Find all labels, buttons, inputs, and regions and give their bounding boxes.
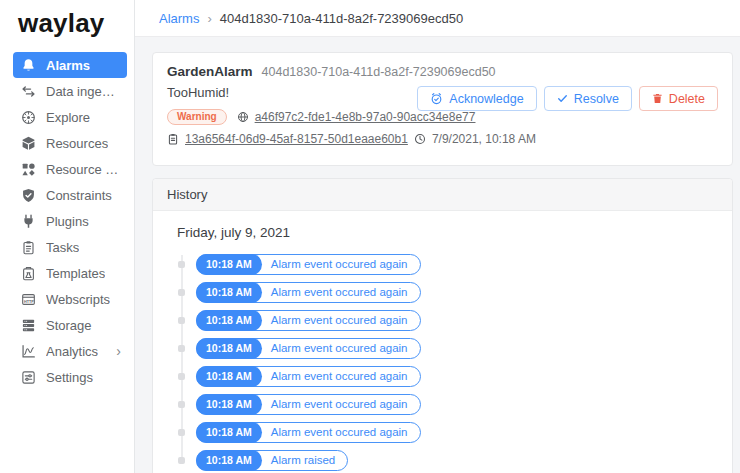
alarm-actions: Acknowledge Resolve Delete — [417, 86, 718, 111]
acknowledge-icon — [430, 92, 443, 105]
sidebar-item-settings[interactable]: Settings — [13, 364, 127, 390]
alarm-id: 404d1830-710a-411d-8a2f-7239069ecd50 — [262, 65, 496, 79]
sidebar-item-label: Data ingestion — [46, 84, 121, 99]
event-label: Alarm event occured again — [262, 258, 420, 270]
breadcrumb: Alarms › 404d1830-710a-411d-8a2f-7239069… — [135, 0, 740, 37]
timeline-dot — [178, 457, 185, 464]
sidebar-item-label: Explore — [46, 110, 90, 125]
sidebar-item-label: Constraints — [46, 188, 112, 203]
sidebar-item-label: Settings — [46, 370, 93, 385]
event-time: 10:18 AM — [196, 282, 262, 303]
sidebar-item-data-ingestion[interactable]: Data ingestion — [13, 78, 127, 104]
template-id-link[interactable]: 13a6564f-06d9-45af-8157-50d1eaae60b1 — [185, 132, 408, 146]
templates-icon — [21, 266, 36, 281]
sidebar-item-label: Analytics — [46, 344, 98, 359]
sidebar-item-resources[interactable]: Resources — [13, 130, 127, 156]
sidebar-item-storage[interactable]: Storage — [13, 312, 127, 338]
breadcrumb-current-id: 404d1830-710a-411d-8a2f-7239069ecd50 — [220, 11, 463, 26]
sidebar-item-alarms[interactable]: Alarms — [13, 52, 127, 78]
event-label: Alarm raised — [262, 454, 348, 466]
timeline-event-pill[interactable]: 10:18 AMAlarm event occured again — [196, 254, 421, 275]
alarm-timestamp: 7/9/2021, 10:18 AM — [432, 132, 536, 146]
template-icon — [167, 133, 179, 145]
svg-text:HTTP: HTTP — [24, 299, 34, 303]
timeline-event-pill[interactable]: 10:18 AMAlarm raised — [196, 450, 348, 471]
bell-icon — [21, 58, 36, 73]
event-time: 10:18 AM — [196, 254, 262, 275]
resources-icon — [21, 136, 36, 151]
content: GardenAlarm 404d1830-710a-411d-8a2f-7239… — [135, 37, 740, 473]
explore-icon — [21, 110, 36, 125]
clock-icon — [414, 133, 426, 145]
timeline-event-row: 10:18 AMAlarm raised — [175, 446, 718, 473]
sidebar-item-explore[interactable]: Explore — [13, 104, 127, 130]
timeline-dot — [178, 429, 185, 436]
delete-button[interactable]: Delete — [639, 86, 718, 111]
webscripts-icon: HTTP — [21, 292, 36, 307]
alarm-detail-card: GardenAlarm 404d1830-710a-411d-8a2f-7239… — [152, 52, 733, 166]
timeline-event-row: 10:18 AMAlarm event occured again — [175, 418, 718, 446]
sidebar-item-label: Resource types — [46, 162, 121, 177]
acknowledge-button[interactable]: Acknowledge — [417, 86, 536, 111]
chevron-right-icon: › — [116, 344, 121, 358]
timeline-event-row: 10:18 AMAlarm event occured again — [175, 306, 718, 334]
event-time: 10:18 AM — [196, 422, 262, 443]
sidebar-item-label: Tasks — [46, 240, 79, 255]
timeline-dot — [178, 401, 185, 408]
timeline-event-row: 10:18 AMAlarm event occured again — [175, 334, 718, 362]
event-label: Alarm event occured again — [262, 314, 420, 326]
sidebar-item-label: Storage — [46, 318, 92, 333]
acknowledge-label: Acknowledge — [449, 92, 523, 106]
event-label: Alarm event occured again — [262, 342, 420, 354]
sidebar: waylay AlarmsData ingestionExploreResour… — [0, 0, 135, 473]
sidebar-item-tasks[interactable]: Tasks — [13, 234, 127, 260]
sidebar-nav: AlarmsData ingestionExploreResourcesReso… — [0, 52, 134, 390]
plugins-icon — [21, 214, 36, 229]
tasks-icon — [21, 240, 36, 255]
sidebar-item-label: Alarms — [46, 58, 90, 73]
severity-badge: Warning — [167, 109, 227, 125]
resolve-label: Resolve — [574, 92, 619, 106]
event-time: 10:18 AM — [196, 338, 262, 359]
timeline-event-pill[interactable]: 10:18 AMAlarm event occured again — [196, 338, 421, 359]
timeline-event-row: 10:18 AMAlarm event occured again — [175, 390, 718, 418]
check-icon — [557, 93, 568, 104]
timeline-event-pill[interactable]: 10:18 AMAlarm event occured again — [196, 394, 421, 415]
breadcrumb-separator: › — [207, 11, 211, 26]
sidebar-item-analytics[interactable]: Analytics› — [13, 338, 127, 364]
history-timeline: 10:18 AMAlarm event occured again10:18 A… — [175, 250, 718, 473]
timeline-dot — [178, 345, 185, 352]
constraints-icon — [21, 188, 36, 203]
timeline-dot — [178, 289, 185, 296]
breadcrumb-link-alarms[interactable]: Alarms — [159, 11, 199, 26]
timeline-dot — [178, 317, 185, 324]
timeline-dot — [178, 261, 185, 268]
app-logo: waylay — [0, 0, 134, 39]
delete-label: Delete — [669, 92, 705, 106]
storage-icon — [21, 318, 36, 333]
sidebar-item-resource-types[interactable]: Resource types — [13, 156, 127, 182]
sidebar-item-webscripts[interactable]: HTTPWebscripts — [13, 286, 127, 312]
event-label: Alarm event occured again — [262, 398, 420, 410]
timeline-event-pill[interactable]: 10:18 AMAlarm event occured again — [196, 366, 421, 387]
resource-id-link[interactable]: a46f97c2-fde1-4e8b-97a0-90acc34e8e77 — [255, 110, 476, 124]
resource-icon — [237, 111, 249, 123]
event-label: Alarm event occured again — [262, 370, 420, 382]
timeline-event-row: 10:18 AMAlarm event occured again — [175, 278, 718, 306]
sidebar-item-constraints[interactable]: Constraints — [13, 182, 127, 208]
settings-icon — [21, 370, 36, 385]
timeline-event-pill[interactable]: 10:18 AMAlarm event occured again — [196, 422, 421, 443]
resolve-button[interactable]: Resolve — [544, 86, 632, 111]
sidebar-item-label: Templates — [46, 266, 105, 281]
data-ingestion-icon — [21, 84, 36, 99]
timeline-event-pill[interactable]: 10:18 AMAlarm event occured again — [196, 310, 421, 331]
resource-types-icon — [21, 162, 36, 177]
event-label: Alarm event occured again — [262, 286, 420, 298]
history-title: History — [153, 179, 732, 211]
sidebar-item-plugins[interactable]: Plugins — [13, 208, 127, 234]
sidebar-item-templates[interactable]: Templates — [13, 260, 127, 286]
history-date-header: Friday, july 9, 2021 — [177, 225, 718, 240]
timeline-event-pill[interactable]: 10:18 AMAlarm event occured again — [196, 282, 421, 303]
sidebar-item-label: Resources — [46, 136, 108, 151]
sidebar-item-label: Webscripts — [46, 292, 110, 307]
